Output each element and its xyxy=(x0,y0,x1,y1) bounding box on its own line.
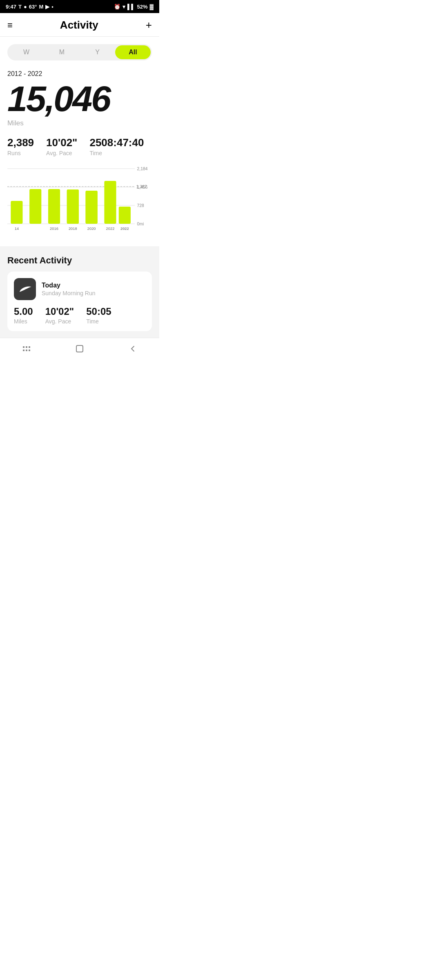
main-stat-value: 15,046 xyxy=(0,79,159,117)
filter-tab-all[interactable]: All xyxy=(115,45,151,59)
chart-container: 1,367 2,184 1,456 728 0mi 14 2016 2018 xyxy=(7,165,152,238)
stat-runs-label: Runs xyxy=(7,150,34,156)
bottom-nav xyxy=(0,338,159,361)
stat-time-value: 2508:47:40 xyxy=(89,136,144,149)
svg-rect-27 xyxy=(26,346,27,348)
svg-text:2022: 2022 xyxy=(106,227,115,231)
status-bar: 9:47 T ● 63° M ▶ • ⏰ ▾ ▌▌ 52% ▓ xyxy=(0,0,159,13)
stat-pace: 10'02" Avg. Pace xyxy=(46,136,77,156)
status-left: 9:47 T ● 63° M ▶ • xyxy=(6,4,53,10)
activity-date: Today xyxy=(42,282,96,289)
svg-text:2016: 2016 xyxy=(50,227,58,231)
activity-distance-value: 5.00 xyxy=(14,306,33,317)
gmail-icon: M xyxy=(39,4,44,10)
bar-chart: 1,367 2,184 1,456 728 0mi 14 2016 2018 xyxy=(7,165,152,238)
nav-menu-button[interactable] xyxy=(22,344,31,354)
page-title: Activity xyxy=(60,19,98,31)
stats-row: 2,389 Runs 10'02" Avg. Pace 2508:47:40 T… xyxy=(0,133,159,165)
activity-time-label: Time xyxy=(86,318,111,325)
date-range: 2012 - 2022 xyxy=(0,65,159,79)
svg-rect-31 xyxy=(76,345,83,352)
activity-time-value: 50:05 xyxy=(86,306,111,317)
svg-rect-22 xyxy=(119,207,131,224)
stat-time-label: Time xyxy=(89,150,144,156)
activity-stat-time: 50:05 Time xyxy=(86,306,111,325)
stat-runs-value: 2,389 xyxy=(7,136,34,149)
wifi-icon: ▾ xyxy=(122,4,125,10)
add-button[interactable]: + xyxy=(146,19,152,31)
status-right: ⏰ ▾ ▌▌ 52% ▓ xyxy=(114,4,154,10)
svg-text:2018: 2018 xyxy=(69,227,77,231)
filter-tab-y[interactable]: Y xyxy=(80,45,115,59)
activity-header: Today Sunday Morning Run xyxy=(14,278,145,300)
svg-text:0mi: 0mi xyxy=(137,222,144,226)
activity-stat-pace: 10'02" Avg. Pace xyxy=(45,306,74,325)
stat-runs: 2,389 Runs xyxy=(7,136,34,156)
svg-text:728: 728 xyxy=(137,203,145,208)
svg-rect-13 xyxy=(48,189,60,224)
svg-rect-21 xyxy=(104,181,116,224)
svg-text:14: 14 xyxy=(15,227,19,231)
recent-activity-title: Recent Activity xyxy=(7,255,152,266)
activity-stats: 5.00 Miles 10'02" Avg. Pace 50:05 Time xyxy=(14,306,145,325)
status-time: 9:47 xyxy=(6,4,16,10)
app-header: ≡ Activity + xyxy=(0,13,159,37)
svg-rect-30 xyxy=(29,350,30,351)
svg-text:1,456: 1,456 xyxy=(137,185,148,189)
svg-text:2020: 2020 xyxy=(87,227,96,231)
recent-section: Recent Activity Today Sunday Morning Run… xyxy=(0,246,159,338)
svg-rect-29 xyxy=(29,346,30,348)
svg-rect-10 xyxy=(11,201,22,224)
temp-icon: 63° xyxy=(29,4,37,10)
chart-section: 1,367 2,184 1,456 728 0mi 14 2016 2018 xyxy=(0,165,159,246)
svg-rect-28 xyxy=(26,350,27,351)
activity-card[interactable]: Today Sunday Morning Run 5.00 Miles 10'0… xyxy=(7,272,152,331)
stat-pace-label: Avg. Pace xyxy=(46,150,77,156)
battery-percent: 52% xyxy=(137,4,147,10)
stat-pace-value: 10'02" xyxy=(46,136,77,149)
svg-rect-26 xyxy=(23,350,24,351)
filter-tab-m[interactable]: M xyxy=(44,45,80,59)
filter-tab-w[interactable]: W xyxy=(9,45,44,59)
dot-icon: ● xyxy=(24,4,27,10)
activity-distance-label: Miles xyxy=(14,318,33,325)
activity-app-icon xyxy=(14,278,36,300)
activity-pace-label: Avg. Pace xyxy=(45,318,74,325)
carrier-icon: T xyxy=(18,4,22,10)
play-icon: ▶ xyxy=(45,4,49,10)
svg-rect-12 xyxy=(29,189,41,224)
activity-stat-distance: 5.00 Miles xyxy=(14,306,33,325)
filter-tabs: W M Y All xyxy=(7,44,152,60)
svg-rect-25 xyxy=(23,346,24,348)
activity-info: Today Sunday Morning Run xyxy=(42,282,96,296)
dot2-icon: • xyxy=(51,4,53,10)
stat-time: 2508:47:40 Time xyxy=(89,136,144,156)
svg-rect-19 xyxy=(86,191,98,224)
svg-text:2,184: 2,184 xyxy=(137,167,148,171)
activity-name: Sunday Morning Run xyxy=(42,290,96,296)
svg-text:2022: 2022 xyxy=(120,227,129,231)
svg-rect-16 xyxy=(67,189,79,224)
nav-back-button[interactable] xyxy=(128,344,138,354)
battery-icon: ▓ xyxy=(150,4,154,10)
nav-home-button[interactable] xyxy=(74,343,85,354)
menu-button[interactable]: ≡ xyxy=(7,20,13,31)
signal-icon: ▌▌ xyxy=(127,4,135,10)
activity-pace-value: 10'02" xyxy=(45,306,74,317)
main-stat-unit: Miles xyxy=(0,117,159,133)
alarm-icon: ⏰ xyxy=(114,4,120,10)
filter-section: W M Y All xyxy=(0,37,159,65)
